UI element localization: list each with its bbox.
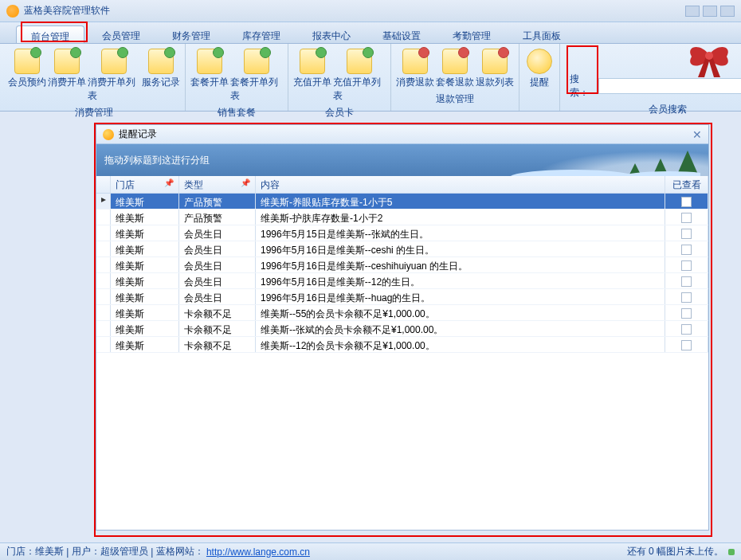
ribbon-group-2: 充值开单充值开单列表会员卡 (288, 44, 391, 111)
cell-content: 1996年5月16日是维美斯--huag的生日。 (256, 289, 665, 304)
cell-content: 维美斯-养眼贴库存数量-1小于5 (256, 194, 665, 209)
ribbon-item-icon (197, 49, 222, 74)
ribbon-item-2-0[interactable]: 充值开单 (293, 47, 331, 103)
checkbox-icon[interactable] (681, 308, 692, 319)
tab-3[interactable]: 库存管理 (228, 25, 295, 43)
minimize-button[interactable] (685, 6, 700, 17)
status-upload-text: 还有 0 幅图片未上传。 (627, 545, 723, 558)
ribbon-item-3-0[interactable]: 消费退款 (396, 47, 434, 89)
cell-viewed[interactable] (665, 337, 708, 352)
cell-viewed[interactable] (665, 305, 708, 320)
tab-4[interactable]: 报表中心 (298, 25, 365, 43)
ribbon-item-icon (300, 49, 325, 74)
checkbox-icon[interactable] (681, 292, 692, 303)
checkbox-icon[interactable] (681, 229, 692, 239)
ribbon-item-0-1[interactable]: 消费开单 (48, 47, 86, 103)
table-row[interactable]: ▸ 维美斯 产品预警 维美斯-养眼贴库存数量-1小于5 (96, 194, 708, 210)
ribbon-item-0-3[interactable]: 服务记录 (142, 47, 180, 103)
table-row[interactable]: 维美斯 会员生日 1996年5月16日是维美斯--ceshihuiyuan 的生… (96, 257, 708, 273)
pin-icon: 📌 (241, 178, 250, 187)
ribbon-group-3: 消费退款套餐退款退款列表退款管理 (391, 44, 519, 111)
column-header-store[interactable]: 门店📌 (111, 176, 179, 193)
cell-store: 维美斯 (111, 289, 179, 304)
checkbox-icon[interactable] (681, 276, 692, 287)
pin-icon: 📌 (164, 178, 174, 187)
cell-viewed[interactable] (665, 273, 708, 288)
title-bar: 蓝格美容院管理软件 (0, 0, 741, 22)
table-row[interactable]: 维美斯 卡余额不足 维美斯--55的会员卡余额不足¥1,000.00。 (96, 305, 708, 321)
cell-store: 维美斯 (111, 321, 179, 336)
status-user: 超级管理员 (100, 545, 148, 558)
table-row[interactable]: 维美斯 产品预警 维美斯-护肤库存数量-1小于2 (96, 210, 708, 225)
ribbon-item-0-2[interactable]: 消费开单列表 (88, 47, 140, 103)
app-title: 蓝格美容院管理软件 (24, 4, 682, 18)
cell-type: 卡余额不足 (179, 305, 256, 320)
checkbox-icon[interactable] (681, 197, 692, 207)
ribbon-item-label: 服务记录 (142, 76, 180, 89)
table-row[interactable]: 维美斯 卡余额不足 维美斯--张斌的会员卡余额不足¥1,000.00。 (96, 321, 708, 337)
ribbon-item-0-0[interactable]: 会员预约 (8, 47, 46, 103)
cell-viewed[interactable] (665, 225, 708, 241)
tab-2[interactable]: 财务管理 (158, 25, 225, 43)
cell-content: 1996年5月16日是维美斯--ceshihuiyuan 的生日。 (256, 257, 665, 272)
status-bar: 门店： 维美斯 | 用户： 超级管理员 | 蓝格网站： http://www.l… (0, 542, 741, 560)
ribbon-item-label: 套餐开单列表 (230, 76, 283, 103)
cell-viewed[interactable] (665, 257, 708, 272)
cell-store: 维美斯 (111, 257, 179, 272)
tab-0[interactable]: 前台管理 (16, 25, 84, 43)
cell-type: 会员生日 (179, 241, 256, 257)
table-row[interactable]: 维美斯 会员生日 1996年5月16日是维美斯--12的生日。 (96, 273, 708, 289)
cell-viewed[interactable] (665, 321, 708, 336)
grid-body[interactable]: ▸ 维美斯 产品预警 维美斯-养眼贴库存数量-1小于5 维美斯 产品预警 维美斯… (96, 194, 708, 528)
tab-1[interactable]: 会员管理 (88, 25, 155, 43)
table-row[interactable]: 维美斯 会员生日 1996年5月15日是维美斯--张斌的生日。 (96, 225, 708, 241)
ribbon-item-icon (101, 49, 127, 74)
cell-viewed[interactable] (665, 241, 708, 257)
reminder-button[interactable]: 提醒 (524, 47, 555, 89)
table-row[interactable]: 维美斯 会员生日 1996年5月16日是维美斯--huag的生日。 (96, 289, 708, 305)
ribbon-item-icon (402, 49, 428, 74)
row-marker (96, 289, 111, 304)
tab-5[interactable]: 基础设置 (368, 25, 435, 43)
status-site-link[interactable]: http://www.lange.com.cn (206, 546, 310, 558)
tab-7[interactable]: 工具面板 (508, 25, 575, 43)
maximize-button[interactable] (703, 6, 717, 17)
status-sep: | (64, 546, 72, 558)
clock-icon (527, 49, 552, 74)
close-button[interactable] (720, 6, 735, 17)
ribbon-item-label: 套餐退款 (436, 76, 474, 89)
cell-type: 会员生日 (179, 225, 256, 241)
reminder-window-close-button[interactable]: ✕ (692, 128, 702, 141)
cell-viewed[interactable] (665, 194, 708, 209)
ribbon-item-2-1[interactable]: 充值开单列表 (333, 47, 386, 103)
checkbox-icon[interactable] (681, 245, 692, 255)
ribbon-item-icon (482, 49, 508, 74)
checkbox-icon[interactable] (681, 260, 692, 271)
ribbon-item-3-2[interactable]: 退款列表 (476, 47, 514, 89)
ribbon-item-1-1[interactable]: 套餐开单列表 (230, 47, 283, 103)
cell-type: 会员生日 (179, 257, 256, 272)
checkbox-icon[interactable] (681, 340, 692, 350)
group-hint-text: 拖动列标题到这进行分组 (104, 154, 210, 167)
column-header-viewed[interactable]: 已查看 (665, 176, 708, 193)
cell-viewed[interactable] (665, 210, 708, 225)
status-user-label: 用户： (72, 545, 100, 558)
group-hint-bar[interactable]: 拖动列标题到这进行分组 (96, 144, 708, 176)
ribbon-item-3-1[interactable]: 套餐退款 (436, 47, 474, 89)
column-header-type[interactable]: 类型📌 (179, 176, 256, 193)
tab-6[interactable]: 考勤管理 (438, 25, 505, 43)
table-row[interactable]: 维美斯 卡余额不足 维美斯--12的会员卡余额不足¥1,000.00。 (96, 337, 708, 353)
ribbon-item-label: 套餐开单 (190, 76, 229, 89)
ribbon-item-icon (54, 49, 80, 74)
ribbon-item-1-0[interactable]: 套餐开单 (190, 47, 229, 103)
column-header-content[interactable]: 内容 (256, 176, 665, 193)
checkbox-icon[interactable] (681, 213, 692, 223)
cell-type: 卡余额不足 (179, 337, 256, 352)
main-area: 提醒记录 ✕ 拖动列标题到这进行分组 门店📌 类型📌 内容 已查看 ▸ 维美斯 … (0, 112, 741, 542)
reminder-window: 提醒记录 ✕ 拖动列标题到这进行分组 门店📌 类型📌 内容 已查看 ▸ 维美斯 … (96, 124, 709, 531)
ribbon-group-label: 退款管理 (436, 91, 474, 108)
table-row[interactable]: 维美斯 会员生日 1996年5月16日是维美斯--ceshi 的生日。 (96, 241, 708, 257)
ribbon-item-label: 充值开单 (293, 76, 331, 89)
cell-viewed[interactable] (665, 289, 708, 304)
checkbox-icon[interactable] (681, 324, 692, 335)
